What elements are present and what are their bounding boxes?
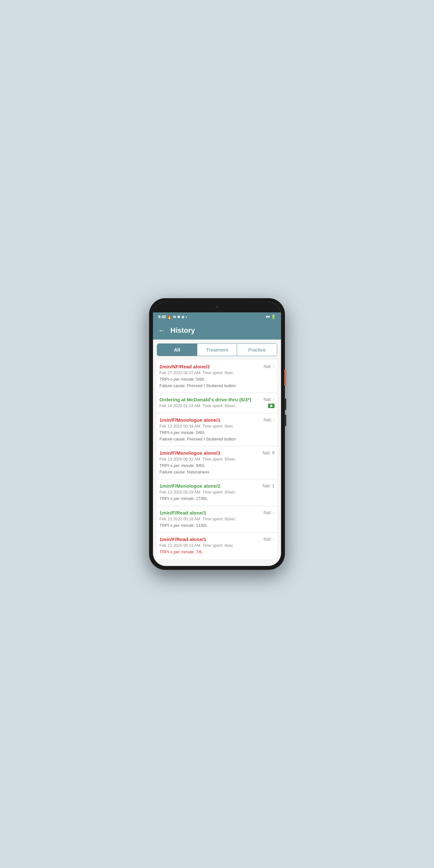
item-failure: Failure cause: Pressed I Stuttered butto… xyxy=(159,436,275,442)
status-left: 9:40 🔥 ✉ ✱ ⊗ ● xyxy=(158,315,187,319)
status-right: ▾▾ 🔋 xyxy=(266,315,276,319)
date-text: Feb 13 2020 00:29 AM Time spent: 60sec xyxy=(159,490,236,494)
item-title: 1min/F/Monologue alone/3 xyxy=(159,450,220,456)
list-item[interactable]: 1min/F/Read alone/1 Nat: - Feb 13 2020 0… xyxy=(157,506,277,533)
bluetooth-icon: ✱ xyxy=(177,315,180,319)
item-header: 1min/F/Read alone/1 Nat: - xyxy=(159,536,275,542)
list-item[interactable]: 1min/F/Monologue alone/3 Nat: 9 Feb 13 2… xyxy=(157,446,277,479)
item-header: Ordering at McDonald's drive-thru (6/3*)… xyxy=(159,397,275,402)
back-button[interactable]: ← xyxy=(158,327,165,334)
list-item[interactable]: 1min/F/Read alone/1 Nat: - Feb 13 2020 0… xyxy=(157,533,277,559)
item-header: 1min/F/Read alone/1 Nat: - xyxy=(159,510,275,516)
battery-icon: 🔋 xyxy=(271,315,276,319)
item-trpi: TRPI-s per minute: 11/60, xyxy=(159,522,275,529)
item-nat: Nat: - xyxy=(264,397,275,402)
tab-all[interactable]: All xyxy=(157,344,197,356)
item-trpi: TRPI-s per minute: 17/60, xyxy=(159,495,275,502)
tab-treatment[interactable]: Treatment xyxy=(197,344,237,356)
item-title: Ordering at McDonald's drive-thru (6/3*) xyxy=(159,397,251,402)
email-icon: ✉ xyxy=(173,315,176,319)
date-text: Feb 13 2020 00:13 AM Time spent: 8sec xyxy=(159,543,233,548)
phone-frame: 9:40 🔥 ✉ ✱ ⊗ ● ▾▾ 🔋 ← History All Treatm… xyxy=(149,298,285,570)
notch xyxy=(201,304,233,310)
notch-area xyxy=(153,302,281,312)
date-text: Feb 13 2020 00:34 AM Time spent: 6sec xyxy=(159,424,233,429)
item-nat: Nat: - xyxy=(264,510,275,515)
item-header: 1min/F/Monologue alone/2 Nat: 1 xyxy=(159,483,275,489)
volume-up-button[interactable] xyxy=(284,398,286,410)
volume-down-button[interactable] xyxy=(284,414,286,426)
status-bar: 9:40 🔥 ✉ ✱ ⊗ ● ▾▾ 🔋 xyxy=(153,312,281,321)
app-bar: ← History xyxy=(153,321,281,340)
date-text: Feb 13 2020 00:32 AM Time spent: 60sec xyxy=(159,457,236,462)
item-date: Feb 27 2020 09:37 AM Time spent: 6sec xyxy=(159,371,275,375)
item-nat: Nat: - xyxy=(264,417,275,422)
item-nat: Nat: - xyxy=(264,364,275,369)
item-date: Feb 13 2020 00:32 AM Time spent: 60sec xyxy=(159,457,275,462)
list-item[interactable]: 1min/F/Monologue alone/2 Nat: 1 Feb 13 2… xyxy=(157,479,277,506)
item-title: 1min/F/Read alone/1 xyxy=(159,536,206,542)
item-trpi: TRPI-s per minute: 9/60, xyxy=(159,462,275,469)
item-nat: Nat: 1 xyxy=(262,483,275,488)
item-title: 1min/F/Monologue alone/2 xyxy=(159,483,220,489)
item-trpi: TRPI-s per minute: 0/60, xyxy=(159,376,275,382)
date-text: Feb 13 2020 00:18 AM Time spent: 60sec xyxy=(159,517,236,521)
item-title: 2min/NF/Read alone/2 xyxy=(159,364,210,369)
item-date: Feb 14 2020 01:19 AM Time spent: 60sec xyxy=(159,404,275,408)
tab-bar: All Treatment Practice xyxy=(157,343,277,356)
power-button[interactable] xyxy=(284,369,286,385)
item-date: Feb 13 2020 00:13 AM Time spent: 8sec xyxy=(159,543,275,548)
signal-icon: ⊗ xyxy=(181,315,184,319)
fire-icon: 🔥 xyxy=(167,315,172,319)
item-failure: Failure cause: Pressed I Stuttered butto… xyxy=(159,382,275,389)
item-date: Feb 13 2020 00:29 AM Time spent: 60sec xyxy=(159,490,275,494)
dot-icon: ● xyxy=(186,316,187,318)
item-date: Feb 13 2020 00:34 AM Time spent: 6sec xyxy=(159,424,275,429)
list-item[interactable]: 2min/NF/Read alone/2 Nat: - Feb 27 2020 … xyxy=(157,360,277,393)
video-icon xyxy=(268,404,275,408)
item-nat: Nat: - xyxy=(264,536,275,542)
item-title: 1min/F/Read alone/1 xyxy=(159,510,206,516)
main-content: All Treatment Practice 2min/NF/Read alon… xyxy=(153,340,281,566)
item-failure: Failure cause: Naturalness xyxy=(159,469,275,475)
item-header: 1min/F/Monologue alone/1 Nat: - xyxy=(159,417,275,423)
item-nat: Nat: 9 xyxy=(262,450,275,455)
history-list: 2min/NF/Read alone/2 Nat: - Feb 27 2020 … xyxy=(157,360,277,559)
tab-practice[interactable]: Practice xyxy=(237,344,277,356)
list-item[interactable]: 1min/F/Monologue alone/1 Nat: - Feb 13 2… xyxy=(157,413,277,446)
wifi-icon: ▾▾ xyxy=(266,315,270,319)
app-title: History xyxy=(170,326,195,335)
item-date: Feb 13 2020 00:18 AM Time spent: 60sec xyxy=(159,517,275,521)
date-text: Feb 27 2020 09:37 AM Time spent: 6sec xyxy=(159,371,233,375)
item-header: 2min/NF/Read alone/2 Nat: - xyxy=(159,364,275,369)
item-trpi: TRPI-s per minute: 0/60, xyxy=(159,430,275,436)
item-trpi: TRPI-s per minute: 7/6, xyxy=(159,549,275,555)
phone-screen: 9:40 🔥 ✉ ✱ ⊗ ● ▾▾ 🔋 ← History All Treatm… xyxy=(153,302,281,566)
list-item[interactable]: Ordering at McDonald's drive-thru (6/3*)… xyxy=(157,393,277,413)
front-camera xyxy=(216,306,218,309)
time-display: 9:40 xyxy=(158,315,166,319)
item-header: 1min/F/Monologue alone/3 Nat: 9 xyxy=(159,450,275,456)
item-title: 1min/F/Monologue alone/1 xyxy=(159,417,220,423)
date-text: Feb 14 2020 01:19 AM Time spent: 60sec xyxy=(159,404,236,408)
